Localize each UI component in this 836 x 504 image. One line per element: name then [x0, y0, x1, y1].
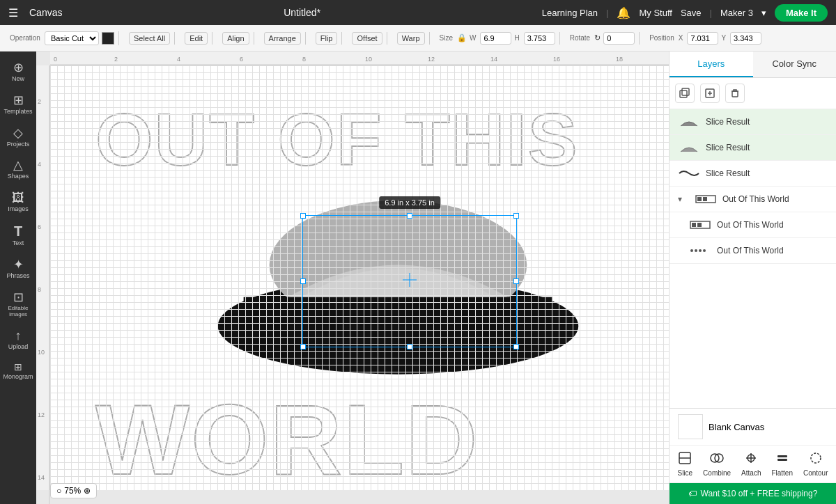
sidebar-item-editable-images[interactable]: ⊡ Editable Images: [0, 287, 36, 322]
projects-icon: ◇: [13, 127, 23, 139]
layer-item-slice3[interactable]: Slice Result: [669, 161, 836, 187]
save-link[interactable]: Save: [681, 8, 702, 18]
svg-point-39: [690, 249, 693, 252]
bottom-tools: Slice Combine Attach: [669, 446, 836, 483]
layer-duplicate-button[interactable]: [675, 84, 695, 103]
maker-chevron-icon[interactable]: ▾: [761, 8, 766, 18]
layers-panel: Slice Result Slice Result Slice Result ▾: [669, 78, 836, 408]
topbar-right: Learning Plan | 🔔 My Stuff Save | Maker …: [542, 4, 828, 22]
layer-label-group1: Out Of This World: [722, 194, 789, 204]
learning-plan-link[interactable]: Learning Plan: [542, 8, 598, 18]
svg-point-42: [703, 249, 706, 252]
layer-expand-icon[interactable]: ▾: [678, 194, 689, 204]
arrange-group: Arrange: [260, 32, 306, 45]
zoom-decrease-icon[interactable]: ○: [56, 486, 61, 496]
tool-attach[interactable]: Attach: [741, 451, 761, 477]
flip-button[interactable]: Flip: [316, 32, 338, 45]
offset-button[interactable]: Offset: [352, 32, 382, 45]
tool-combine[interactable]: Combine: [703, 451, 731, 477]
warp-group: Warp: [393, 32, 430, 45]
zoom-controls[interactable]: ○ 75% ⊕: [50, 483, 97, 498]
warp-button[interactable]: Warp: [397, 32, 425, 45]
sidebar-item-phrases[interactable]: ✦ Phrases: [0, 254, 36, 284]
x-label: X: [679, 34, 683, 42]
sidebar-item-templates[interactable]: ⊞ Templates: [0, 90, 36, 120]
height-input[interactable]: [524, 32, 555, 45]
tab-color-sync[interactable]: Color Sync: [753, 52, 837, 77]
arrange-button[interactable]: Arrange: [264, 32, 301, 45]
layer-item-slice2[interactable]: Slice Result: [669, 135, 836, 161]
my-stuff-link[interactable]: My Stuff: [639, 8, 672, 18]
canvas-content[interactable]: OUT OF THIS WORLD: [50, 65, 669, 490]
bell-icon[interactable]: 🔔: [617, 6, 630, 19]
width-input[interactable]: [480, 32, 511, 45]
layer-item-child1[interactable]: Out Of This World: [669, 212, 836, 238]
attach-label: Attach: [741, 469, 761, 477]
svg-text:10: 10: [365, 56, 372, 63]
select-all-button[interactable]: Select All: [129, 32, 170, 45]
svg-text:6: 6: [240, 56, 243, 63]
svg-rect-35: [703, 197, 707, 201]
sidebar-item-label-projects: Projects: [7, 141, 30, 148]
layer-icon-child2: [689, 244, 711, 258]
sidebar-item-projects[interactable]: ◇ Projects: [0, 123, 36, 152]
tool-slice[interactable]: Slice: [677, 451, 692, 477]
svg-rect-28: [682, 88, 689, 95]
images-icon: 🖼: [12, 191, 24, 204]
svg-text:2: 2: [114, 56, 118, 63]
svg-point-41: [699, 249, 702, 252]
edit-button[interactable]: Edit: [185, 32, 208, 45]
size-label: Size: [440, 34, 453, 42]
topbar-divider1: |: [606, 8, 608, 18]
tab-layers[interactable]: Layers: [669, 52, 753, 77]
align-group: Align: [218, 32, 254, 45]
svg-text:0: 0: [54, 56, 57, 63]
canvas-area[interactable]: 0 2 4 6 8 10 12 14 16 18 20 2 4 6 8 10: [36, 52, 669, 504]
layer-copy-button[interactable]: [700, 84, 720, 103]
layer-item-slice1[interactable]: Slice Result: [669, 109, 836, 135]
y-input[interactable]: [730, 32, 761, 45]
operation-select[interactable]: Basic Cut: [45, 31, 99, 45]
svg-text:2: 2: [38, 98, 41, 105]
layer-icon-slice3: [678, 166, 700, 180]
layer-delete-button[interactable]: [725, 84, 745, 103]
offset-group: Offset: [348, 32, 387, 45]
layer-icon-group1: [695, 192, 717, 206]
sidebar-item-new[interactable]: ⊕ New: [0, 57, 36, 87]
layer-label-child2: Out Of This World: [717, 246, 784, 255]
sidebar-item-monogram[interactable]: ⊞ Monogram: [0, 358, 36, 385]
combine-icon: [710, 451, 724, 468]
topbar-divider2: |: [710, 8, 712, 18]
hamburger-icon[interactable]: ☰: [8, 6, 18, 19]
sidebar-item-images[interactable]: 🖼 Images: [0, 187, 36, 217]
svg-text:8: 8: [302, 56, 306, 63]
align-button[interactable]: Align: [222, 32, 249, 45]
svg-rect-27: [680, 90, 687, 97]
promo-icon: 🏷: [688, 489, 697, 498]
svg-rect-38: [697, 223, 702, 227]
svg-text:4: 4: [177, 56, 180, 63]
new-icon: ⊕: [13, 61, 24, 74]
maker-selector[interactable]: Maker 3: [720, 8, 753, 18]
tool-flatten[interactable]: Flatten: [771, 451, 793, 477]
zoom-increase-icon[interactable]: ⊕: [84, 486, 91, 496]
layer-item-child2[interactable]: Out Of This World: [669, 238, 836, 264]
svg-text:6: 6: [38, 223, 41, 230]
x-input[interactable]: [687, 32, 718, 45]
make-it-button[interactable]: Make It: [775, 4, 828, 22]
rotate-input[interactable]: [603, 32, 635, 45]
tool-contour[interactable]: Contour: [803, 451, 828, 477]
sidebar-item-upload[interactable]: ↑ Upload: [0, 325, 36, 355]
svg-rect-32: [732, 91, 738, 97]
layer-icon-child1: [689, 218, 711, 232]
promo-bar[interactable]: 🏷 Want $10 off + FREE shipping?: [669, 483, 836, 504]
zoom-level: 75%: [64, 486, 81, 496]
sidebar-item-text[interactable]: T Text: [0, 220, 36, 251]
layer-item-group1[interactable]: ▾ Out Of This World: [669, 187, 836, 212]
right-panel: Layers Color Sync Slice: [669, 52, 836, 504]
main-layout: ⊕ New ⊞ Templates ◇ Projects △ Shapes 🖼 …: [0, 52, 836, 504]
lock-icon[interactable]: 🔒: [457, 33, 467, 42]
sidebar-item-shapes[interactable]: △ Shapes: [0, 155, 36, 184]
operation-color[interactable]: [102, 32, 114, 45]
svg-text:12: 12: [38, 411, 45, 418]
